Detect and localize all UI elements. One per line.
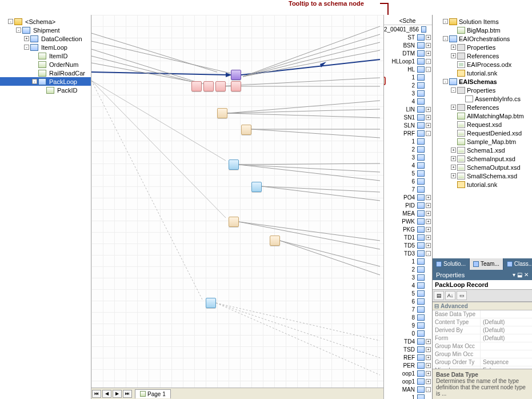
dest-node-pkg[interactable]: PKG+ — [384, 225, 432, 233]
tree-node-shipment[interactable]: -Shipment — [0, 26, 91, 34]
functoid-loop[interactable] — [231, 70, 241, 80]
solution-item-request-xsd[interactable]: Request.xsd — [435, 120, 530, 129]
dest-node-man[interactable]: MAN- — [384, 385, 432, 393]
tree-node-datacollection[interactable]: +DataCollection — [0, 34, 91, 43]
expander-icon[interactable]: + — [451, 53, 456, 58]
dest-node-2_00401_856[interactable]: 2_00401_856 — [384, 25, 432, 33]
solution-item-eaiorchestrations[interactable]: -EAIOrchestrations — [435, 34, 530, 43]
functoid[interactable] — [229, 159, 239, 170]
expander-icon[interactable]: + — [426, 115, 431, 120]
dest-node-oop1[interactable]: oop1+ — [384, 377, 432, 385]
expander-icon[interactable]: + — [426, 43, 431, 48]
page-last-button[interactable]: ⏭ — [123, 390, 132, 398]
dest-node-lin[interactable]: LIN+ — [384, 105, 432, 113]
solution-item-references[interactable]: +References — [435, 103, 530, 111]
dest-node-7[interactable]: 7 — [384, 305, 432, 313]
solution-item-sample-map-btm[interactable]: Sample_Map.btm — [435, 137, 530, 146]
expander-icon[interactable]: + — [426, 379, 431, 384]
expander-icon[interactable]: + — [426, 107, 431, 112]
dest-node-2[interactable]: 2 — [384, 265, 432, 273]
solution-item-allmatchingmap-btm[interactable]: AllMatchingMap.btm — [435, 111, 530, 120]
expander-icon[interactable]: + — [451, 105, 456, 110]
tab-solution[interactable]: Solutio... — [433, 258, 470, 270]
dest-node-3[interactable]: 3 — [384, 153, 432, 161]
expander-icon[interactable]: + — [426, 227, 431, 232]
dest-node-4[interactable]: 4 — [384, 161, 432, 169]
expander-icon[interactable]: + — [451, 173, 456, 178]
solution-item-properties[interactable]: +Properties — [435, 43, 530, 51]
solution-item-bigmap-btm[interactable]: BigMap.btm — [435, 26, 530, 34]
dest-node-td3[interactable]: TD3- — [384, 249, 432, 257]
expander-icon[interactable] — [32, 70, 37, 75]
prop-base-data-type[interactable]: Base Data Type — [433, 310, 532, 318]
expander-icon[interactable]: + — [426, 347, 431, 352]
dest-node-prf[interactable]: PRF- — [384, 129, 432, 137]
expander-icon[interactable]: + — [451, 165, 456, 170]
expander-icon[interactable] — [451, 130, 456, 135]
tree-node-itemloop[interactable]: -ItemLoop — [0, 43, 91, 51]
dest-node-bsn[interactable]: BSN+ — [384, 41, 432, 49]
expander-icon[interactable] — [451, 27, 456, 33]
solution-item-schemainput-xsd[interactable]: +SchemaInput.xsd — [435, 154, 530, 163]
functoid[interactable] — [270, 236, 280, 246]
dest-node-td1[interactable]: TD1+ — [384, 233, 432, 241]
expander-icon[interactable]: - — [443, 36, 448, 41]
solution-item-requestdenied-xsd[interactable]: RequestDenied.xsd — [435, 129, 530, 137]
expander-icon[interactable]: - — [16, 27, 21, 33]
expander-icon[interactable] — [40, 87, 45, 93]
dest-node-mea[interactable]: MEA+ — [384, 209, 432, 217]
expander-icon[interactable]: + — [426, 339, 431, 344]
dest-node-st[interactable]: ST+ — [384, 33, 432, 41]
expander-icon[interactable]: - — [426, 387, 431, 392]
dest-node-ref[interactable]: REF+ — [384, 353, 432, 361]
expander-icon[interactable]: + — [426, 363, 431, 368]
expander-icon[interactable] — [451, 70, 456, 75]
solution-item-tutorial-snk[interactable]: tutorial.snk — [435, 69, 530, 77]
dest-node-sln[interactable]: SLN+ — [384, 121, 432, 129]
expander-icon[interactable]: + — [426, 51, 431, 56]
solution-item-tutorial-snk[interactable]: tutorial.snk — [435, 180, 530, 189]
prop-form[interactable]: Form(Default) — [433, 334, 532, 342]
dest-node-6[interactable]: 6 — [384, 297, 432, 305]
functoid[interactable] — [217, 108, 227, 118]
categorized-button[interactable]: ▤ — [434, 291, 444, 300]
dest-node-po4[interactable]: PO4+ — [384, 193, 432, 201]
functoid[interactable] — [203, 81, 214, 91]
dest-node-sn1[interactable]: SN1+ — [384, 113, 432, 121]
expander-icon[interactable]: + — [426, 371, 431, 376]
expander-icon[interactable]: - — [443, 79, 448, 84]
expander-icon[interactable]: + — [426, 35, 431, 40]
prop-group-order-ty[interactable]: Group Order TySequence — [433, 358, 532, 366]
tab-team[interactable]: Team... — [470, 258, 503, 270]
expander-icon[interactable]: + — [426, 243, 431, 248]
functoid[interactable] — [215, 81, 226, 91]
solution-item-schema1-xsd[interactable]: +Schema1.xsd — [435, 146, 530, 154]
expander-icon[interactable] — [459, 96, 464, 101]
dest-node-0[interactable]: 0 — [384, 329, 432, 337]
tree-node-itemid[interactable]: ItemID — [0, 51, 91, 60]
expander-icon[interactable] — [32, 62, 37, 67]
dest-node-1[interactable]: 1 — [384, 257, 432, 265]
dest-node-8[interactable]: 8 — [384, 313, 432, 321]
source-schema-tree[interactable]: -<Schema>-Shipment+DataCollection-ItemLo… — [0, 15, 91, 399]
dest-node-td5[interactable]: TD5+ — [384, 241, 432, 249]
expander-icon[interactable]: + — [426, 355, 431, 360]
prop-group-max-occ[interactable]: Group Max Occ — [433, 342, 532, 350]
prop-category-advanced[interactable]: ⊟Advanced — [433, 302, 532, 310]
tree-node-packid[interactable]: PackID — [0, 86, 91, 94]
expander-icon[interactable]: - — [426, 251, 431, 256]
solution-item-properties[interactable]: -Properties — [435, 86, 530, 94]
solution-item-solution-items[interactable]: -Solution Items — [435, 17, 530, 26]
solution-item-smallschema-xsd[interactable]: +SmallSchema.xsd — [435, 171, 530, 180]
dest-node-per[interactable]: PER+ — [384, 361, 432, 369]
expander-icon[interactable]: + — [451, 45, 456, 50]
dest-node-dtm[interactable]: DTM+ — [384, 49, 432, 57]
expander-icon[interactable]: - — [426, 59, 431, 64]
expander-icon[interactable]: + — [426, 235, 431, 240]
dest-node-1[interactable]: 1 — [384, 137, 432, 145]
functoid[interactable] — [206, 298, 216, 308]
expander-icon[interactable]: + — [426, 123, 431, 128]
tree-node-ordernum[interactable]: OrderNum — [0, 60, 91, 69]
prop-derived-by[interactable]: Derived By(Default) — [433, 326, 532, 334]
solution-item-assemblyinfo-cs[interactable]: AssemblyInfo.cs — [435, 94, 530, 103]
